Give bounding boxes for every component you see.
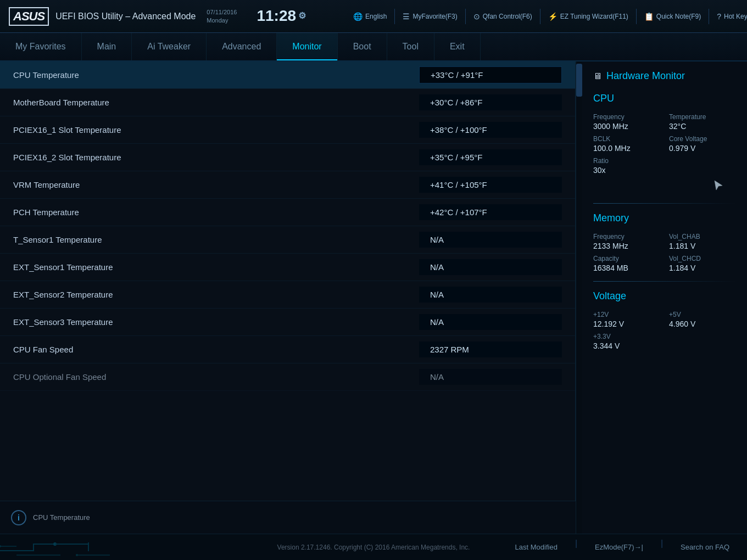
question-icon: ?: [717, 12, 721, 21]
sensor-value: 2327 RPM: [419, 341, 562, 357]
cpu-ratio-label: Ratio: [593, 157, 660, 165]
table-row[interactable]: VRM Temperature +41°C / +105°F: [0, 171, 575, 199]
mem-volchcd-value: 1.184 V: [669, 264, 736, 272]
table-row[interactable]: CPU Temperature +33°C / +91°F: [0, 61, 575, 89]
table-row[interactable]: MotherBoard Temperature +30°C / +86°F: [0, 89, 575, 116]
sensor-name: PCIEX16_1 Slot Temperature: [13, 125, 419, 135]
myfavorite-btn[interactable]: ☰ MyFavorite(F3): [395, 9, 465, 24]
tab-tool[interactable]: Tool: [387, 33, 434, 60]
sensor-value: N/A: [419, 259, 562, 275]
cpu-temp-value: 32°C: [669, 122, 736, 131]
mem-capacity-item: Capacity 16384 MB: [593, 255, 660, 272]
volt-5v-item: +5V 4.960 V: [669, 311, 736, 328]
svg-rect-0: [0, 550, 33, 551]
datetime-display: 07/11/2016 Monday: [207, 8, 237, 24]
mem-capacity-label: Capacity: [593, 255, 660, 262]
table-row[interactable]: PCIEX16_2 Slot Temperature +35°C / +95°F: [0, 144, 575, 171]
sensor-value: +33°C / +91°F: [419, 66, 562, 83]
mem-capacity-value: 16384 MB: [593, 264, 660, 272]
cpu-stats-grid: Frequency 3000 MHz Temperature 32°C BCLK…: [593, 113, 736, 175]
sensor-name: VRM Temperature: [13, 180, 419, 189]
cpu-ratio-value: 30x: [593, 166, 660, 175]
sensor-name: T_Sensor1 Temperature: [13, 235, 419, 244]
cpu-corevolt-value: 0.979 V: [669, 144, 736, 153]
table-row[interactable]: EXT_Sensor3 Temperature N/A: [0, 309, 575, 336]
table-row[interactable]: PCH Temperature +42°C / +107°F: [0, 199, 575, 226]
fan-icon: ⊙: [473, 12, 480, 21]
mem-freq-label: Frequency: [593, 233, 660, 240]
sensor-name: PCIEX16_2 Slot Temperature: [13, 153, 419, 162]
volt-33v-value: 3.344 V: [593, 341, 660, 350]
sensor-name: CPU Fan Speed: [13, 345, 419, 354]
voltage-section-header: Voltage: [593, 290, 736, 304]
globe-icon: 🌐: [353, 12, 363, 21]
cpu-freq-label: Frequency: [593, 113, 660, 121]
time-gear-icon[interactable]: ⚙: [298, 10, 306, 22]
memory-section-header: Memory: [593, 212, 736, 226]
mem-freq-item: Frequency 2133 MHz: [593, 233, 660, 250]
volt-33v-label: +3.3V: [593, 333, 660, 340]
voltage-section-label: Voltage: [593, 290, 626, 302]
scrollbar-thumb[interactable]: [576, 64, 582, 97]
monitor-icon: 🖥: [593, 71, 602, 81]
ezmode-btn[interactable]: EzMode(F7)→|: [595, 539, 643, 556]
tab-favorites[interactable]: My Favorites: [0, 33, 82, 60]
mem-freq-value: 2133 MHz: [593, 242, 660, 250]
cpu-bclk-value: 100.0 MHz: [593, 144, 660, 153]
tab-monitor[interactable]: Monitor: [277, 33, 337, 60]
sensor-value: +30°C / +86°F: [419, 94, 562, 110]
table-row[interactable]: EXT_Sensor1 Temperature N/A: [0, 254, 575, 281]
cpu-ratio-item: Ratio 30x: [593, 157, 660, 175]
scrollbar[interactable]: [576, 61, 582, 534]
table-row[interactable]: EXT_Sensor2 Temperature N/A: [0, 281, 575, 309]
svg-rect-5: [88, 542, 89, 551]
quicknote-btn[interactable]: 📋 Quick Note(F9): [637, 9, 709, 24]
table-row[interactable]: PCIEX16_1 Slot Temperature +38°C / +100°…: [0, 116, 575, 144]
svg-rect-4: [55, 544, 88, 545]
table-row[interactable]: CPU Optional Fan Speed N/A: [0, 363, 575, 391]
mem-volchab-value: 1.181 V: [669, 242, 736, 250]
memory-voltage-divider: [593, 281, 736, 282]
menu-icon: ☰: [403, 12, 410, 21]
tab-main[interactable]: Main: [82, 33, 132, 60]
sensor-value: N/A: [419, 369, 562, 385]
qfan-btn[interactable]: ⊙ Qfan Control(F6): [466, 9, 540, 24]
tab-aitweaker[interactable]: Ai Tweaker: [132, 33, 207, 60]
sensor-name: MotherBoard Temperature: [13, 98, 419, 107]
logo-area: ASUS UEFI BIOS Utility – Advanced Mode: [9, 7, 196, 26]
svg-rect-6: [77, 555, 110, 556]
myfavorite-label: MyFavorite(F3): [412, 13, 457, 20]
volt-12v-item: +12V 12.192 V: [593, 311, 660, 328]
left-panel: CPU Temperature +33°C / +91°F MotherBoar…: [0, 61, 576, 534]
cpu-section-label: CPU: [593, 93, 614, 104]
sensor-value: +35°C / +95°F: [419, 149, 562, 165]
sensor-value: N/A: [419, 287, 562, 303]
table-row[interactable]: CPU Fan Speed 2327 RPM: [0, 336, 575, 363]
svg-rect-9: [0, 546, 16, 547]
memory-stats-grid: Frequency 2133 MHz Vol_CHAB 1.181 V Capa…: [593, 233, 736, 272]
cpu-section-header: CPU: [593, 93, 736, 107]
cursor-icon: [712, 179, 725, 192]
sensor-value: N/A: [419, 314, 562, 330]
mem-volchcd-label: Vol_CHCD: [669, 255, 736, 262]
quicknote-label: Quick Note(F9): [656, 13, 701, 20]
tab-boot[interactable]: Boot: [338, 33, 387, 60]
hotkeys-btn[interactable]: ? Hot Keys: [709, 9, 747, 24]
footer-divider-2: |: [661, 539, 663, 556]
memory-section-label: Memory: [593, 212, 629, 224]
tab-exit[interactable]: Exit: [434, 33, 481, 60]
language-btn[interactable]: 🌐 English: [345, 9, 395, 24]
footer: Version 2.17.1246. Copyright (C) 2016 Am…: [0, 534, 747, 560]
tab-advanced[interactable]: Advanced: [207, 33, 277, 60]
search-faq-btn[interactable]: Search on FAQ: [681, 539, 729, 556]
table-row[interactable]: T_Sensor1 Temperature N/A: [0, 226, 575, 254]
footer-version: Version 2.17.1246. Copyright (C) 2016 Am…: [255, 544, 492, 551]
cpu-freq-item: Frequency 3000 MHz: [593, 113, 660, 131]
date-line: 07/11/2016 Monday: [207, 8, 237, 24]
cpu-temp-item: Temperature 32°C: [669, 113, 736, 131]
last-modified-btn[interactable]: Last Modified: [515, 539, 558, 556]
mem-volchab-item: Vol_CHAB 1.181 V: [669, 233, 736, 250]
day-value: Monday: [207, 17, 228, 24]
eztuning-btn[interactable]: ⚡ EZ Tuning Wizard(F11): [540, 9, 637, 24]
volt-12v-value: 12.192 V: [593, 320, 660, 328]
